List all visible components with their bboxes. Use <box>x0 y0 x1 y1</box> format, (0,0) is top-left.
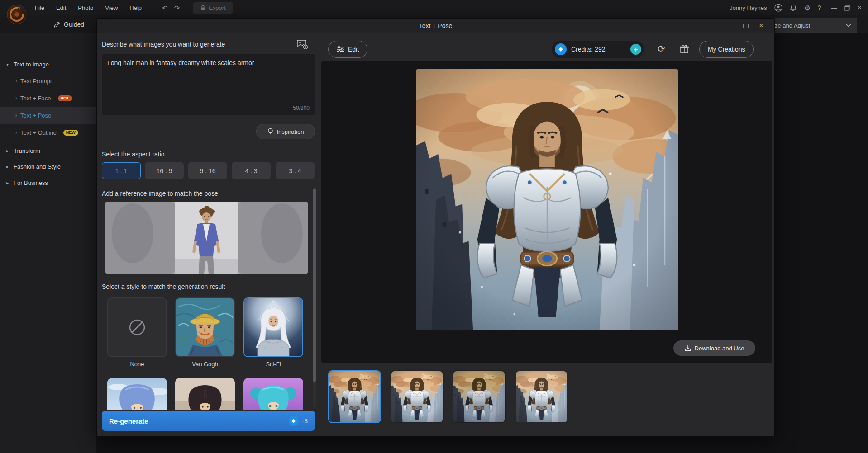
credits-label: Credits: 292 <box>571 46 605 53</box>
ratio-4-3-button[interactable]: 4 : 3 <box>232 162 271 179</box>
app-root: File Edit Photo View Help ↶ ↷ Export Jon… <box>0 0 868 453</box>
menu-help[interactable]: Help <box>124 0 148 15</box>
sidebar-item-text-face[interactable]: › Text + Face HOT <box>0 90 96 107</box>
variant-thumbnail-3[interactable] <box>453 370 506 423</box>
edit-button[interactable]: Edit <box>328 41 367 58</box>
menu-file[interactable]: File <box>29 0 50 15</box>
style-van-gogh-card[interactable] <box>175 297 235 357</box>
export-button[interactable]: Export <box>193 2 233 14</box>
download-and-use-label: Download and Use <box>695 345 744 352</box>
chevron-right-icon: › <box>15 95 17 101</box>
sidebar-item-fashion-style[interactable]: ▸ Fashion and Style <box>0 158 96 175</box>
sidebar-label: Text + Outline <box>20 129 57 136</box>
caret-down-icon: ▾ <box>6 62 14 67</box>
chevron-right-icon: › <box>15 112 17 118</box>
ratio-label: 9 : 16 <box>200 167 215 175</box>
guided-button[interactable]: Guided <box>53 19 84 30</box>
download-and-use-button[interactable]: Download and Use <box>673 340 755 356</box>
style-extra-card-3[interactable] <box>243 378 303 410</box>
undo-icon[interactable]: ↶ <box>160 4 170 12</box>
ratio-label: 3 : 4 <box>289 167 301 175</box>
variant-thumbnail-1[interactable] <box>328 370 381 423</box>
dialog-left-panel: Describe what images you want to generat… <box>97 33 317 437</box>
none-slash-icon <box>127 317 148 338</box>
style-sci-fi-card[interactable] <box>243 297 303 357</box>
ratio-label: 16 : 9 <box>156 167 172 175</box>
sidebar-label: Fashion and Style <box>14 163 61 170</box>
ratio-9-16-button[interactable]: 9 : 16 <box>188 162 227 179</box>
variant-thumbnail-4[interactable] <box>515 370 568 423</box>
dialog-maximize-button[interactable] <box>741 21 751 31</box>
style-extra-card-1[interactable] <box>107 378 167 410</box>
help-question-icon[interactable]: ? <box>818 4 821 11</box>
result-viewer: Download and Use <box>321 61 772 363</box>
guided-label: Guided <box>64 21 84 28</box>
sidebar-item-text-pose[interactable]: › Text + Pose <box>0 107 96 124</box>
menu-photo[interactable]: Photo <box>72 0 99 15</box>
ratio-1-1-button[interactable]: 1 : 1 <box>102 162 141 179</box>
inspiration-button[interactable]: Inspiration <box>256 124 315 139</box>
sidebar-item-text-to-image[interactable]: ▾ Text to Image <box>0 56 96 72</box>
scrollbar-track[interactable] <box>313 187 316 408</box>
credit-diamond-icon <box>289 416 299 426</box>
pose-reference-image[interactable] <box>105 202 308 274</box>
menu-view[interactable]: View <box>99 0 124 15</box>
credits-pill: Credits: 292 + <box>552 41 644 58</box>
sidebar-label: For Business <box>14 179 48 186</box>
style-van-gogh-label: Van Gogh <box>175 361 235 368</box>
generated-image[interactable] <box>416 69 678 330</box>
menubar: File Edit Photo View Help ↶ ↷ Export Jon… <box>0 0 868 15</box>
prompt-input[interactable]: Long hair man in fantasy dreamy white sc… <box>102 54 315 115</box>
caret-right-icon: ▸ <box>6 148 14 153</box>
account-icon[interactable] <box>774 4 782 12</box>
regenerate-button[interactable]: Re-generate -3 <box>102 411 315 431</box>
style-label: Select a style to match the generation r… <box>102 283 225 290</box>
sliders-icon <box>337 46 344 52</box>
sidebar-label: Transform <box>14 147 40 154</box>
ratio-3-4-button[interactable]: 3 : 4 <box>276 162 315 179</box>
ratio-label: 4 : 3 <box>245 167 257 175</box>
sidebar-item-text-outline[interactable]: › Text + Outline NEW <box>0 124 96 141</box>
ratio-label: 1 : 1 <box>115 167 127 175</box>
sidebar-item-transform[interactable]: ▸ Transform <box>0 142 96 159</box>
redo-icon[interactable]: ↷ <box>172 4 182 12</box>
style-extra-card-2[interactable] <box>175 378 235 410</box>
window-minimize-button[interactable]: — <box>831 5 837 11</box>
gift-icon[interactable] <box>679 44 689 54</box>
scrollbar-thumb[interactable] <box>313 189 316 382</box>
text-pose-dialog: Text + Pose × Describe what images you w… <box>96 18 775 437</box>
sidebar-label: Text + Pose <box>20 112 51 119</box>
notifications-bell-icon[interactable] <box>790 4 797 12</box>
dialog-titlebar[interactable]: Text + Pose × <box>97 19 774 33</box>
sidebar-label: Text to Image <box>14 61 49 68</box>
app-logo[interactable] <box>7 5 27 24</box>
caret-right-icon: ▸ <box>6 164 14 169</box>
sidebar: ▾ Text to Image › Text Prompt › Text + F… <box>0 33 96 453</box>
lightbulb-icon <box>267 128 273 135</box>
settings-gear-icon[interactable]: ⚙ <box>804 4 811 12</box>
style-none-card[interactable] <box>107 297 167 357</box>
char-counter: 50/800 <box>293 105 310 111</box>
pencil-icon <box>53 21 60 28</box>
dialog-title: Text + Pose <box>419 22 453 29</box>
menu-edit[interactable]: Edit <box>50 0 72 15</box>
window-restore-button[interactable] <box>844 5 850 11</box>
ratio-16-9-button[interactable]: 16 : 9 <box>145 162 184 179</box>
sidebar-item-for-business[interactable]: ▸ For Business <box>0 174 96 191</box>
dialog-right-panel: Edit Credits: 292 + ⟳ My Creations <box>317 33 775 437</box>
my-creations-button[interactable]: My Creations <box>699 41 754 58</box>
pose-reference-label: Add a reference image to match the pose <box>102 190 218 197</box>
sidebar-label: Text Prompt <box>20 78 52 85</box>
add-credits-button[interactable]: + <box>630 44 641 55</box>
chevron-down-icon <box>846 24 851 27</box>
dialog-close-button[interactable]: × <box>756 21 766 31</box>
aspect-ratio-label: Select the aspect ratio <box>102 151 165 158</box>
window-close-button[interactable]: × <box>858 4 862 12</box>
refresh-icon[interactable]: ⟳ <box>658 43 665 54</box>
caret-right-icon: ▸ <box>6 180 14 185</box>
sidebar-item-text-prompt[interactable]: › Text Prompt <box>0 72 96 90</box>
maximize-icon <box>743 24 749 28</box>
image-add-icon[interactable] <box>297 40 308 49</box>
variant-thumbnail-2[interactable] <box>391 370 444 423</box>
prompt-box: Long hair man in fantasy dreamy white sc… <box>102 54 315 115</box>
